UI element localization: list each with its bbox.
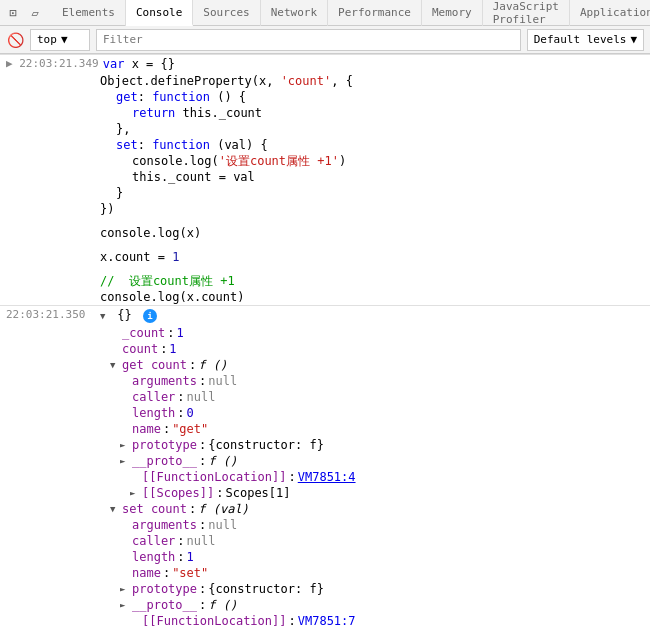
spacer-3 [0, 265, 650, 273]
get-proto-icon[interactable] [120, 453, 130, 469]
scope-dropdown-icon: ▼ [61, 33, 68, 46]
code-console-log-count: console.log(x.count) [0, 289, 650, 305]
prop-count: count : 1 [100, 341, 650, 357]
code-line-1: Object.defineProperty(x, 'count', { [100, 73, 650, 89]
tab-sources[interactable]: Sources [193, 0, 260, 26]
get-expand-icon[interactable] [110, 357, 120, 373]
set-expand-icon[interactable] [110, 501, 120, 517]
get-caller: caller : null [100, 389, 650, 405]
filter-input-container[interactable] [96, 29, 521, 51]
prop-get-count: get count : f () [100, 357, 650, 373]
set-arguments: arguments : null [100, 517, 650, 533]
clear-console-button[interactable]: 🚫 [6, 31, 24, 49]
tab-memory[interactable]: Memory [422, 0, 483, 26]
levels-dropdown-icon: ▼ [630, 33, 637, 46]
set-location-link[interactable]: VM7851:7 [298, 613, 356, 627]
code-console-log-x: console.log(x) [0, 225, 650, 241]
get-scopes-icon[interactable] [130, 485, 140, 501]
timestamp-1: ▶ 22:03:21.349 [0, 55, 103, 72]
set-func-location: [[FunctionLocation]] : VM7851:7 [100, 613, 650, 627]
code-line-2: get: function () { [100, 89, 650, 105]
keyword-var: var [103, 57, 125, 71]
console-toolbar: 🚫 top ▼ Default levels ▼ [0, 26, 650, 54]
tab-network[interactable]: Network [261, 0, 328, 26]
get-name: name : "get" [100, 421, 650, 437]
set-caller: caller : null [100, 533, 650, 549]
get-prototype: prototype : {constructor: f} [100, 437, 650, 453]
tab-application[interactable]: Application [570, 0, 650, 26]
obj-expand-icon[interactable] [100, 311, 110, 321]
code-block: Object.defineProperty(x, 'count', { get:… [0, 73, 650, 217]
get-length: length : 0 [100, 405, 650, 421]
set-prototype-icon[interactable] [120, 581, 130, 597]
entry1-code: x = {} [132, 57, 175, 71]
get-scopes: [[Scopes]] : Scopes[1] [100, 485, 650, 501]
tab-icons: ⊡ ▱ [4, 4, 44, 22]
tab-bar: ⊡ ▱ Elements Console Sources Network Per… [0, 0, 650, 26]
log-levels-selector[interactable]: Default levels ▼ [527, 29, 644, 51]
prop-_count: _count : 1 [100, 325, 650, 341]
set-name: name : "set" [100, 565, 650, 581]
tab-js-profiler[interactable]: JavaScript Profiler [483, 0, 570, 26]
set-length: length : 1 [100, 549, 650, 565]
filter-input[interactable] [103, 33, 514, 46]
code-x-count: x.count = 1 [0, 249, 650, 265]
inspect-icon[interactable]: ⊡ [4, 4, 22, 22]
scope-selector[interactable]: top ▼ [30, 29, 90, 51]
mobile-icon[interactable]: ▱ [26, 4, 44, 22]
timestamp-2: 22:03:21.350 [0, 306, 100, 323]
get-proto: __proto__ : f () [100, 453, 650, 469]
code-comment: // 设置count属性 +1 [0, 273, 650, 289]
prop-set-count: set count : f (val) [100, 501, 650, 517]
tab-elements[interactable]: Elements [52, 0, 126, 26]
get-prototype-icon[interactable] [120, 437, 130, 453]
spacer-2 [0, 241, 650, 249]
console-entry-1: ▶ 22:03:21.349 var x = {} [0, 54, 650, 73]
console-output: ▶ 22:03:21.349 var x = {} Object.defineP… [0, 54, 650, 626]
code-line-7: this._count = val [100, 169, 650, 185]
spacer-1 [0, 217, 650, 225]
code-line-4: }, [100, 121, 650, 137]
code-line-8: } [100, 185, 650, 201]
tab-performance[interactable]: Performance [328, 0, 422, 26]
get-location-link[interactable]: VM7851:4 [298, 469, 356, 485]
set-prototype: prototype : {constructor: f} [100, 581, 650, 597]
tab-console[interactable]: Console [126, 0, 193, 26]
info-icon: i [143, 309, 157, 323]
set-proto-icon[interactable] [120, 597, 130, 613]
console-entry-2: 22:03:21.350 {} i [0, 305, 650, 325]
code-line-5: set: function (val) { [100, 137, 650, 153]
code-line-9: }) [100, 201, 650, 217]
get-arguments: arguments : null [100, 373, 650, 389]
entry1-content: var x = {} [103, 55, 650, 73]
set-proto: __proto__ : f () [100, 597, 650, 613]
entry2-content: {} i [100, 306, 650, 325]
get-func-location: [[FunctionLocation]] : VM7851:4 [100, 469, 650, 485]
code-line-6: console.log('设置count属性 +1') [100, 153, 650, 169]
object-tree: _count : 1 count : 1 get count : f () ar… [0, 325, 650, 627]
code-line-3: return this._count [100, 105, 650, 121]
